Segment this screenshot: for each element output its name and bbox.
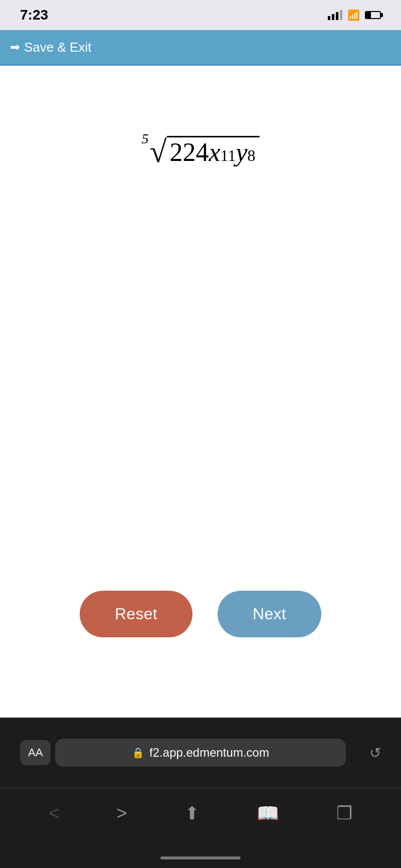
- buttons-area: Reset Next: [20, 591, 381, 637]
- battery-icon: [365, 11, 381, 19]
- nav-bar: ⬅ Save & Exit: [0, 30, 401, 64]
- bottom-nav: < > ⬆︎ 📖 ❐: [0, 788, 401, 848]
- exit-icon: ⬅: [10, 40, 20, 54]
- status-icons: 📶: [328, 9, 381, 21]
- math-var-y: y: [236, 139, 247, 165]
- wifi-icon: 📶: [347, 9, 360, 21]
- next-button[interactable]: Next: [218, 591, 321, 637]
- status-bar: 7:23 📶: [0, 0, 401, 30]
- status-time: 7:23: [20, 7, 48, 23]
- signal-icon: [328, 10, 342, 20]
- reset-button[interactable]: Reset: [80, 591, 192, 637]
- aa-button[interactable]: AA: [20, 740, 51, 765]
- radical-content: 224 x 11 y 8: [167, 136, 260, 165]
- back-button[interactable]: <: [44, 798, 64, 829]
- math-var-x: x: [209, 139, 221, 165]
- home-bar: [160, 856, 241, 859]
- main-content: 5 √ 224 x 11 y 8 Reset Next: [0, 66, 401, 718]
- reload-button[interactable]: ↺: [369, 745, 381, 761]
- url-bar[interactable]: 🔒 f2.app.edmentum.com: [55, 739, 346, 767]
- url-text: f2.app.edmentum.com: [149, 746, 269, 760]
- forward-button[interactable]: >: [111, 798, 132, 829]
- radical-symbol: √: [149, 136, 166, 167]
- math-coefficient: 224: [170, 139, 209, 165]
- save-exit-label: Save & Exit: [24, 40, 91, 55]
- radical-index: 5: [141, 132, 148, 146]
- lock-icon: 🔒: [132, 747, 144, 759]
- share-button[interactable]: ⬆︎: [179, 798, 205, 829]
- browser-bar: AA 🔒 f2.app.edmentum.com ↺: [0, 718, 401, 788]
- url-row: AA 🔒 f2.app.edmentum.com ↺: [10, 739, 391, 767]
- bookmarks-button[interactable]: 📖: [252, 798, 284, 829]
- tabs-button[interactable]: ❐: [331, 798, 357, 829]
- save-exit-button[interactable]: ⬅ Save & Exit: [10, 40, 91, 55]
- math-expression: 5 √ 224 x 11 y 8: [141, 136, 259, 167]
- home-indicator: [0, 848, 401, 868]
